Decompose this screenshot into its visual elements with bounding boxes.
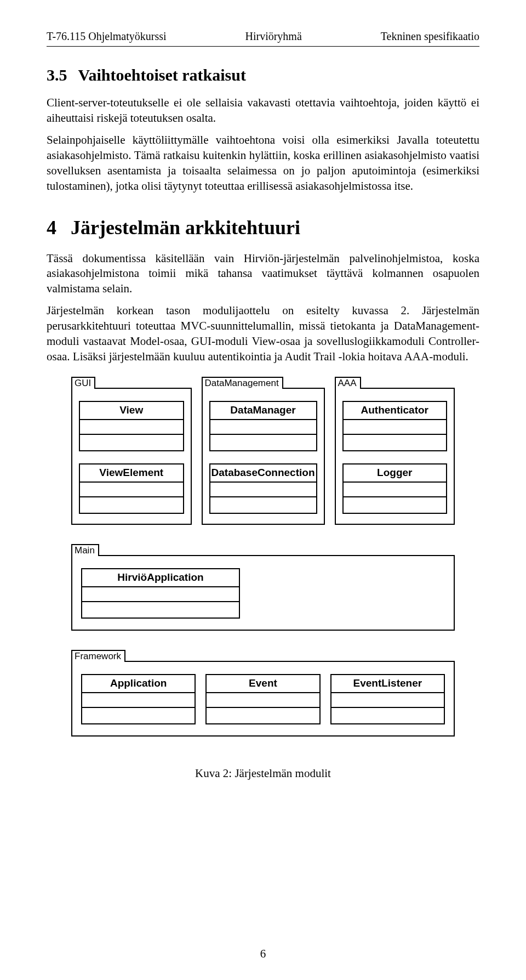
section-number: 3.5 [47, 66, 67, 84]
section-3-5-heading: 3.5Vaihtoehtoiset ratkaisut [47, 66, 479, 84]
class-logger: Logger [342, 463, 448, 514]
class-hirvioapplication: HirviöApplication [81, 568, 240, 619]
chapter-title: Järjestelmän arkkitehtuuri [71, 217, 300, 239]
package-datamanagement: DataManagement DataManager DatabaseConne… [202, 388, 325, 525]
figure-caption: Kuva 2: Järjestelmän modulit [47, 767, 479, 780]
chapter-4-para-1: Tässä dokumentissa käsitellään vain Hirv… [47, 251, 479, 297]
page-header: T-76.115 Ohjelmatyökurssi Hirviöryhmä Te… [47, 30, 479, 43]
package-framework: Framework Application Event EventListene… [71, 661, 455, 737]
section-3-5-para-1: Client-server-toteutukselle ei ole sella… [47, 95, 479, 126]
section-3-5-para-2: Selainpohjaiselle käyttöliittymälle vaih… [47, 133, 479, 194]
package-aaa: AAA Authenticator Logger [335, 388, 455, 525]
class-hirvioapplication-title: HirviöApplication [82, 569, 239, 587]
class-databaseconnection-title: DatabaseConnection [210, 464, 316, 483]
class-eventlistener: EventListener [330, 674, 445, 724]
package-framework-label: Framework [71, 650, 125, 662]
class-view: View [79, 401, 184, 451]
package-main-label: Main [71, 544, 99, 556]
chapter-4-para-2: Järjestelmän korkean tason modulijaottel… [47, 303, 479, 365]
package-aaa-label: AAA [335, 377, 361, 389]
header-left: T-76.115 Ohjelmatyökurssi [47, 30, 167, 43]
section-title: Vaihtoehtoiset ratkaisut [78, 66, 246, 84]
package-datamanagement-label: DataManagement [202, 377, 283, 389]
class-application-title: Application [82, 675, 195, 693]
document-page: T-76.115 Ohjelmatyökurssi Hirviöryhmä Te… [0, 0, 526, 980]
class-databaseconnection: DatabaseConnection [209, 463, 317, 514]
page-number: 6 [0, 947, 526, 961]
package-main: Main HirviöApplication [71, 555, 455, 631]
package-gui: GUI View ViewElement [71, 388, 192, 525]
chapter-number: 4 [47, 217, 56, 239]
class-event-title: Event [207, 675, 319, 693]
chapter-4-heading: 4Järjestelmän arkkitehtuuri [47, 216, 479, 239]
class-authenticator: Authenticator [342, 401, 448, 451]
class-view-title: View [80, 402, 183, 420]
class-eventlistener-title: EventListener [331, 675, 444, 693]
class-datamanager-title: DataManager [210, 402, 316, 420]
class-logger-title: Logger [344, 464, 447, 483]
class-datamanager: DataManager [209, 401, 317, 451]
class-authenticator-title: Authenticator [344, 402, 447, 420]
header-right: Tekninen spesifikaatio [381, 30, 479, 43]
class-viewelement: ViewElement [79, 463, 184, 514]
module-diagram: GUI View ViewElement DataManageme [71, 376, 455, 737]
header-center: Hirviöryhmä [245, 30, 301, 43]
header-rule [47, 46, 479, 47]
class-application: Application [81, 674, 196, 724]
class-viewelement-title: ViewElement [80, 464, 183, 483]
class-event: Event [205, 674, 320, 724]
package-gui-label: GUI [71, 377, 95, 389]
